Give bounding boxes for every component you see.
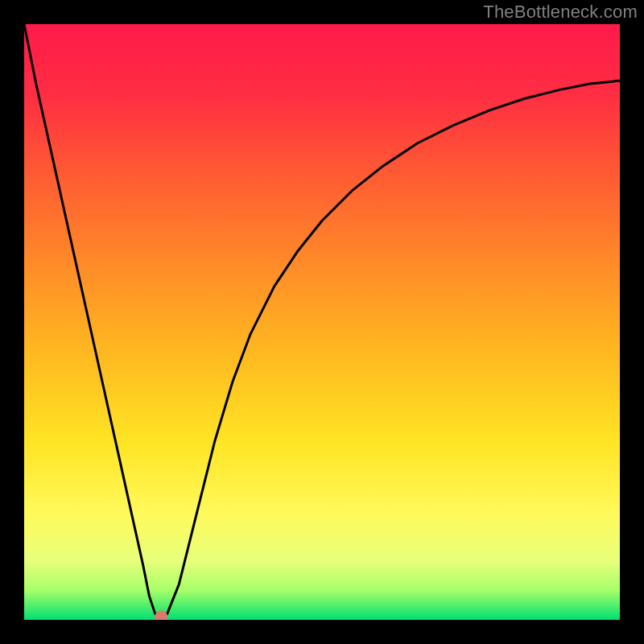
plot-area bbox=[24, 24, 620, 620]
chart-svg bbox=[24, 24, 620, 620]
chart-frame: TheBottleneck.com bbox=[0, 0, 644, 644]
gradient-fill bbox=[24, 24, 620, 620]
watermark-text: TheBottleneck.com bbox=[483, 2, 638, 23]
